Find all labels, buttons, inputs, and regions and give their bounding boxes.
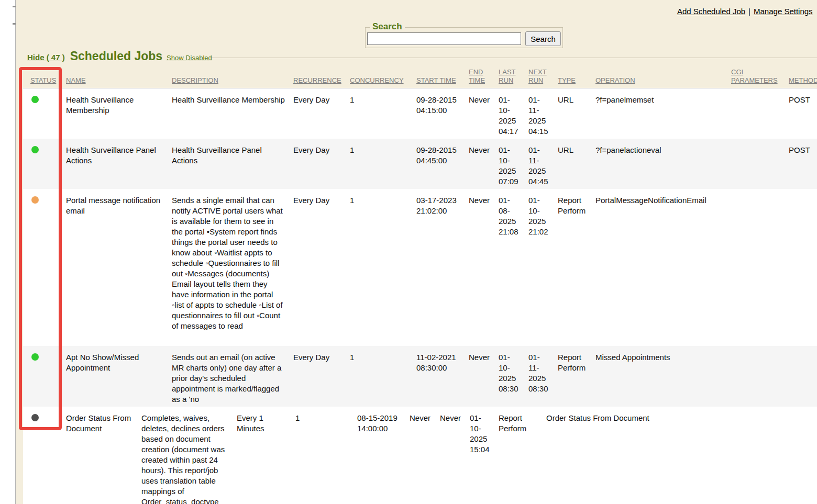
column-header-method[interactable]: METHOD [785, 67, 817, 88]
job-last-run-cell: 01-10-2025 04:17 [494, 88, 524, 139]
job-cgi-parameters-cell [727, 189, 785, 346]
job-operation-cell: Order Status From Document [542, 407, 817, 504]
job-status-cell [23, 346, 62, 407]
column-header-operation[interactable]: OPERATION [591, 67, 727, 88]
search-button[interactable]: Search [525, 31, 561, 46]
job-status-cell [23, 189, 62, 346]
job-end-time-cell: Never [405, 407, 436, 504]
job-end-time-cell: Never [465, 189, 494, 346]
job-status-cell [23, 88, 62, 139]
job-description-cell: Health Surveillance Membership [168, 88, 289, 139]
column-header-next-run[interactable]: NEXT RUN [524, 67, 554, 88]
column-header-type[interactable]: TYPE [554, 67, 591, 88]
job-next-run-cell: 01-11-2025 04:15 [524, 88, 554, 139]
job-name-cell: Order Status From Document [62, 407, 137, 504]
job-concurrency-cell: 1 [346, 88, 412, 139]
job-type-cell: Report Perform [494, 407, 542, 504]
job-row: Health Surveillance Membership Health Su… [23, 88, 817, 139]
table-header-row: STATUS NAME DESCRIPTION RECURRENCE CONCU… [23, 67, 817, 88]
job-name-cell: Health Surveillance Panel Actions [62, 139, 168, 189]
jobs-fieldset-border [212, 58, 817, 58]
column-header-description[interactable]: DESCRIPTION [168, 67, 289, 88]
status-dot [31, 353, 39, 361]
status-dot [31, 414, 39, 421]
job-concurrency-cell: 1 [346, 139, 412, 189]
hide-count-link[interactable]: Hide ( 47 ) [27, 53, 65, 62]
scheduled-jobs-table: STATUS NAME DESCRIPTION RECURRENCE CONCU… [23, 67, 817, 504]
manage-settings-link[interactable]: Manage Settings [754, 7, 813, 16]
jobs-section-header: Hide ( 47 )Scheduled JobsShow Disabled [27, 49, 212, 63]
job-last-run-cell: 01-10-2025 07:09 [494, 139, 524, 189]
job-description-cell: Sends out an email (on active MR charts … [168, 346, 289, 407]
column-header-concurrency[interactable]: CONCURRENCY [346, 67, 412, 88]
job-start-time-cell: 11-02-2021 08:30:00 [412, 346, 465, 407]
search-input[interactable] [367, 32, 521, 45]
status-dot [31, 96, 39, 103]
job-end-time-cell: Never [465, 88, 494, 139]
job-row: Portal message notification email Sends … [23, 189, 817, 346]
job-recurrence-cell: Every Day [289, 189, 346, 346]
jobs-table-main: STATUS NAME DESCRIPTION RECURRENCE CONCU… [23, 67, 817, 407]
job-status-cell [23, 139, 62, 189]
job-type-cell: Report Perform [554, 346, 591, 407]
job-cgi-parameters-cell [727, 88, 785, 139]
job-concurrency-cell: 1 [291, 407, 353, 504]
jobs-table-secondary: Order Status From Document Completes, wa… [23, 407, 817, 504]
job-cgi-parameters-cell [727, 346, 785, 407]
search-legend: Search [370, 21, 405, 32]
job-method-cell: POST [785, 139, 817, 189]
job-concurrency-cell: 1 [346, 189, 412, 346]
column-header-last-run[interactable]: LAST RUN [494, 67, 524, 88]
job-operation-cell: PortalMessageNotificationEmail [591, 189, 727, 346]
job-recurrence-cell: Every Day [289, 88, 346, 139]
job-operation-cell: Missed Appointments [591, 346, 727, 407]
column-header-end-time[interactable]: END TIME [465, 67, 494, 88]
job-next-run-cell: 01-11-2025 04:45 [524, 139, 554, 189]
job-operation-cell: ?f=panelactioneval [591, 139, 727, 189]
job-start-time-cell: 09-28-2015 04:45:00 [412, 139, 465, 189]
status-dot [31, 196, 39, 204]
column-header-start-time[interactable]: START TIME [412, 67, 465, 88]
top-nav-links: Add Scheduled Job|Manage Settings [677, 7, 813, 16]
page-title: Scheduled Jobs [70, 49, 162, 63]
job-method-cell [785, 189, 817, 346]
job-name-cell: Health Surveillance Membership [62, 88, 168, 139]
job-last-run-cell: 01-08-2025 21:08 [494, 189, 524, 346]
job-cgi-parameters-cell [727, 139, 785, 189]
job-type-cell: Report Perform [554, 189, 591, 346]
job-name-cell: Portal message notification email [62, 189, 168, 346]
job-row: Apt No Show/Missed Appointment Sends out… [23, 346, 817, 407]
job-end-time-cell: Never [465, 139, 494, 189]
job-end-time-cell: Never [465, 346, 494, 407]
job-recurrence-cell: Every 1 Minutes [233, 407, 291, 504]
job-row: Health Surveillance Panel Actions Health… [23, 139, 817, 189]
job-row: Order Status From Document Completes, wa… [23, 407, 817, 504]
column-header-cgi-parameters[interactable]: CGI PARAMETERS [727, 67, 785, 88]
job-recurrence-cell: Every Day [289, 139, 346, 189]
job-next-run-cell: 01-10-2025 15:04 [466, 407, 494, 504]
column-header-recurrence[interactable]: RECURRENCE [289, 67, 346, 88]
links-separator: | [748, 7, 750, 16]
job-start-time-cell: 09-28-2015 04:15:00 [412, 88, 465, 139]
job-status-cell [23, 407, 62, 504]
job-description-cell: Health Surveillance Panel Actions [168, 139, 289, 189]
content-area: Add Scheduled Job|Manage Settings Search… [16, 0, 817, 504]
add-scheduled-job-link[interactable]: Add Scheduled Job [677, 7, 745, 16]
status-dot [31, 146, 39, 153]
job-last-run-cell: Never [436, 407, 466, 504]
column-header-name[interactable]: NAME [62, 67, 168, 88]
job-next-run-cell: 01-10-2025 21:02 [524, 189, 554, 346]
job-operation-cell: ?f=panelmemset [591, 88, 727, 139]
job-concurrency-cell: 1 [346, 346, 412, 407]
left-frame-gutter [0, 0, 16, 504]
show-disabled-link[interactable]: Show Disabled [167, 54, 212, 62]
scheduled-jobs-page: Add Scheduled Job|Manage Settings Search… [0, 0, 817, 504]
job-method-cell: POST [785, 88, 817, 139]
job-method-cell [785, 346, 817, 407]
search-fieldset: Search Search [365, 27, 563, 48]
job-type-cell: URL [554, 139, 591, 189]
job-recurrence-cell: Every Day [289, 346, 346, 407]
job-start-time-cell: 08-15-2019 14:00:00 [353, 407, 405, 504]
job-description-cell: Completes, waives, deletes, declines ord… [137, 407, 233, 504]
column-header-status[interactable]: STATUS [23, 67, 62, 88]
